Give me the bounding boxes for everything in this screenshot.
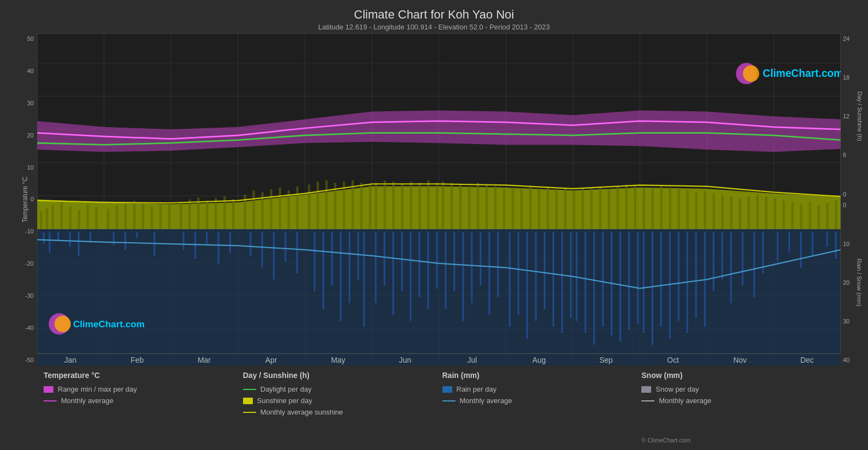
svg-rect-56 [401, 232, 403, 291]
daylight-line-swatch [243, 389, 256, 390]
svg-rect-169 [608, 189, 610, 229]
svg-rect-92 [713, 232, 714, 291]
page-subtitle: Latitude 12.619 - Longitude 100.914 - El… [0, 23, 868, 31]
svg-rect-94 [730, 232, 732, 303]
svg-rect-192 [809, 202, 811, 229]
svg-rect-26 [43, 232, 45, 244]
legend-item-sunshine-per-day: Sunshine per day [243, 397, 432, 405]
svg-rect-37 [195, 232, 196, 259]
watermark-logo-tr: ClimeChart.com [763, 67, 841, 79]
sunshine-swatch [243, 398, 253, 404]
svg-rect-115 [133, 201, 135, 229]
svg-rect-163 [555, 189, 557, 229]
svg-rect-141 [369, 184, 371, 229]
svg-rect-179 [695, 192, 697, 229]
svg-rect-130 [270, 189, 272, 229]
svg-rect-60 [436, 232, 438, 288]
svg-rect-59 [427, 232, 429, 309]
svg-rect-68 [509, 232, 511, 327]
month-aug: Aug [532, 355, 546, 364]
y-left-labels: 50 40 30 20 10 0 -10 -20 -30 -40 -50 [0, 33, 37, 365]
svg-rect-146 [410, 182, 412, 229]
temp-avg-line-swatch [44, 400, 57, 401]
svg-rect-42 [262, 232, 263, 267]
svg-rect-54 [384, 232, 385, 285]
svg-rect-143 [384, 181, 386, 229]
svg-rect-165 [573, 190, 575, 229]
svg-rect-173 [643, 188, 645, 229]
month-feb: Feb [131, 355, 144, 364]
month-jul: Jul [468, 355, 477, 364]
legend-col-snow: Snow (mm) Snow per day Monthly average ©… [636, 371, 835, 445]
svg-rect-195 [835, 201, 837, 229]
svg-rect-155 [485, 185, 488, 229]
svg-rect-44 [284, 232, 286, 261]
svg-rect-104 [40, 211, 42, 229]
svg-rect-180 [704, 190, 706, 229]
svg-rect-134 [308, 184, 310, 229]
svg-rect-188 [774, 198, 776, 229]
svg-rect-162 [547, 187, 549, 229]
legend-title-rain: Rain (mm) [442, 371, 631, 380]
svg-rect-117 [150, 207, 153, 229]
svg-rect-189 [782, 201, 785, 229]
legend-title-sunshine: Day / Sunshine (h) [243, 371, 432, 380]
svg-rect-108 [69, 207, 71, 229]
svg-rect-84 [643, 232, 645, 333]
svg-rect-186 [756, 195, 758, 229]
sunshine-avg-swatch [243, 412, 256, 413]
svg-rect-150 [442, 182, 444, 229]
main-chart-svg: Jan Feb Mar Apr May Jun Jul Aug Sep Oct … [37, 33, 841, 365]
svg-rect-32 [113, 232, 114, 245]
svg-rect-144 [392, 182, 394, 229]
svg-rect-67 [497, 232, 499, 297]
svg-rect-62 [453, 232, 455, 291]
svg-rect-47 [323, 232, 324, 309]
svg-rect-88 [678, 232, 679, 321]
svg-rect-121 [189, 200, 191, 229]
svg-rect-119 [168, 205, 170, 229]
svg-rect-87 [669, 232, 671, 339]
svg-rect-103 [835, 232, 836, 259]
svg-rect-157 [503, 189, 505, 229]
svg-rect-132 [288, 190, 290, 229]
svg-rect-171 [626, 184, 628, 229]
svg-rect-78 [593, 232, 595, 345]
svg-rect-151 [451, 183, 453, 229]
svg-rect-131 [279, 188, 281, 229]
legend-col-rain: Rain (mm) Rain per day Monthly average [437, 371, 636, 445]
svg-rect-28 [57, 232, 59, 241]
month-mar: Mar [198, 355, 211, 364]
svg-rect-184 [739, 198, 741, 229]
temp-range-swatch [44, 386, 53, 393]
svg-rect-160 [529, 187, 531, 229]
svg-rect-139 [351, 181, 354, 229]
svg-rect-65 [479, 232, 481, 285]
svg-rect-111 [95, 207, 98, 229]
month-sep: Sep [599, 355, 613, 364]
svg-rect-27 [48, 232, 50, 253]
svg-rect-53 [375, 232, 377, 303]
svg-rect-118 [159, 202, 161, 229]
svg-rect-114 [124, 203, 126, 229]
svg-rect-40 [229, 232, 231, 253]
svg-rect-81 [620, 232, 621, 341]
svg-rect-77 [585, 232, 586, 333]
watermark-text: © ClimeChart.com [641, 437, 690, 443]
svg-rect-187 [765, 196, 767, 229]
svg-rect-148 [427, 181, 429, 229]
legend-col-sunshine: Day / Sunshine (h) Daylight per day Suns… [238, 371, 437, 445]
month-oct: Oct [667, 355, 679, 364]
svg-rect-140 [360, 183, 362, 229]
svg-rect-71 [535, 232, 537, 321]
svg-rect-181 [713, 194, 715, 229]
svg-rect-178 [687, 190, 689, 229]
svg-rect-175 [660, 187, 663, 229]
svg-rect-45 [296, 232, 298, 273]
svg-rect-194 [826, 203, 828, 229]
month-jan: Jan [64, 355, 76, 364]
svg-rect-138 [343, 182, 345, 229]
month-nov: Nov [733, 355, 747, 364]
svg-rect-120 [180, 202, 182, 229]
month-apr: Apr [265, 355, 277, 364]
